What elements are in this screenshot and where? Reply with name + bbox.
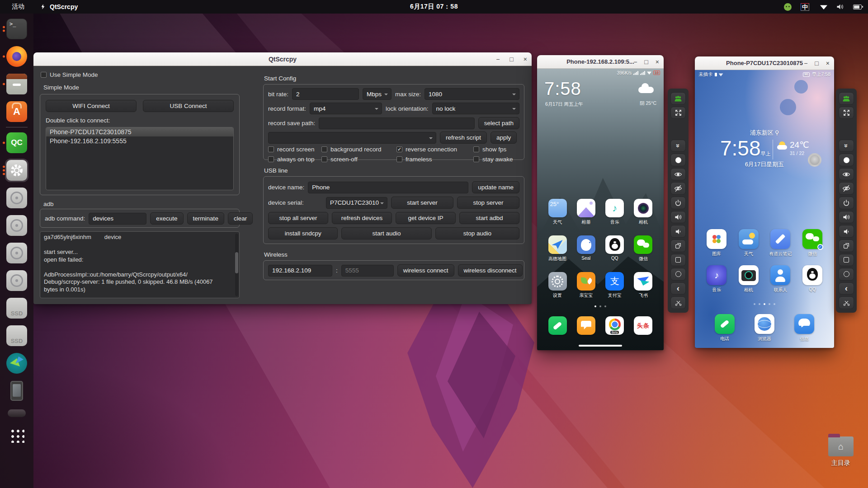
volume-down-button[interactable]	[839, 225, 854, 238]
terminate-button[interactable]: terminate	[187, 212, 224, 225]
battery-icon[interactable]	[853, 5, 862, 9]
assistive-ball[interactable]	[808, 153, 821, 167]
bit-rate-input[interactable]	[292, 88, 359, 100]
device-list[interactable]: Phone-P7CDU17C23010875 Phone-192.168.2.1…	[46, 127, 234, 190]
dock-app-toutiao[interactable]: 头条	[630, 316, 656, 335]
app-seal[interactable]: Seal	[573, 235, 599, 262]
screen-off-checkbox[interactable]: screen-off	[321, 156, 396, 163]
phone2-screen[interactable]: 未插卡 90 早上7:58 浦东新区 ⚲ 7:58早上 24℃ 31 / 22 …	[695, 70, 834, 348]
dock-item-firefox[interactable]	[2, 46, 31, 67]
fullscreen-button[interactable]	[670, 107, 686, 119]
background-record-checkbox[interactable]: background record	[321, 146, 396, 153]
app-switch-button[interactable]	[839, 239, 854, 252]
app-weather[interactable]: 天气	[734, 229, 763, 257]
dock-item-files[interactable]	[2, 73, 31, 95]
show-fps-checkbox[interactable]: show fps	[473, 146, 521, 153]
device-list-item[interactable]: Phone-P7CDU17C23010875	[46, 127, 233, 136]
touch-button[interactable]	[839, 154, 854, 166]
wireless-disconnect-button[interactable]: wireless disconnect	[458, 264, 523, 277]
update-name-button[interactable]: update name	[472, 181, 519, 193]
minimize-button[interactable]: −	[804, 60, 807, 66]
use-simple-mode-checkbox[interactable]: Use Simple Mode	[41, 71, 98, 78]
dock-item-disks-1[interactable]	[2, 187, 31, 209]
dock-item-ssd-1[interactable]: SSD	[2, 297, 31, 319]
wireless-connect-button[interactable]: wireless connect	[397, 264, 454, 277]
app-youdao-note[interactable]: 有道云笔记	[766, 229, 795, 257]
qtscrcpy-titlebar[interactable]: QtScrcpy − □ ×	[33, 52, 532, 66]
refresh-devices-button[interactable]: refresh devices	[332, 212, 392, 224]
always-on-top-checkbox[interactable]: always on top	[268, 156, 321, 163]
install-sndcpy-button[interactable]: install sndcpy	[268, 227, 338, 239]
adb-command-input[interactable]	[89, 213, 146, 225]
refresh-script-button[interactable]: refresh script	[440, 131, 487, 144]
screen-on-button[interactable]	[670, 168, 686, 181]
phone1-titlebar[interactable]: Phone-192.168.2.109:5... − □ ×	[537, 55, 664, 69]
app-feishu[interactable]: 飞书	[630, 272, 656, 299]
back-button[interactable]: ‹	[839, 282, 854, 295]
app-switch-button[interactable]	[670, 239, 686, 252]
start-adbd-button[interactable]: start adbd	[459, 212, 519, 224]
clock[interactable]: 6月17日 07：58	[410, 3, 458, 11]
apply-button[interactable]: apply	[491, 131, 517, 144]
dock-app-chrome[interactable]: Beta	[602, 316, 628, 335]
minimize-button[interactable]: −	[496, 56, 500, 62]
close-button[interactable]: ×	[524, 56, 527, 62]
app-settings[interactable]: 设置	[544, 272, 571, 299]
maximize-button[interactable]: □	[509, 56, 513, 62]
dock-app-messages[interactable]	[573, 316, 599, 335]
wifi-icon[interactable]	[820, 4, 827, 9]
volume-up-button[interactable]	[839, 211, 854, 224]
app-camera[interactable]: 相机	[734, 265, 763, 293]
power-button[interactable]	[670, 197, 686, 209]
maximize-button[interactable]: □	[644, 59, 648, 65]
fullscreen-button[interactable]	[839, 107, 854, 119]
touch-button[interactable]	[670, 154, 686, 166]
dock-item-terminal[interactable]: >_	[2, 18, 31, 40]
adb-log-output[interactable]: ga7d65ylnj6xinhm device start server... …	[40, 231, 240, 298]
dock-item-disks-2[interactable]	[2, 215, 31, 236]
volume-icon[interactable]	[836, 4, 844, 10]
group-control-button[interactable]	[839, 92, 854, 105]
phone2-titlebar[interactable]: Phone-P7CDU17C23010875 − □ ×	[695, 56, 834, 70]
dock-app-messages[interactable]: 信息	[790, 314, 819, 342]
clear-button[interactable]: clear	[228, 212, 253, 225]
start-server-button[interactable]: start server	[391, 197, 453, 209]
record-save-path-input[interactable]	[319, 117, 474, 129]
phone1-screen[interactable]: 396K/s 10 7:58 6月17日 周五上午 阴 25°C 25°天气 相…	[537, 69, 664, 350]
app-gallery[interactable]: 相册	[573, 199, 599, 225]
app-music[interactable]: ♪音乐	[702, 265, 731, 293]
reverse-connection-checkbox[interactable]: ✓reverse connection	[396, 146, 473, 153]
record-format-combo[interactable]: mp4	[310, 103, 382, 114]
max-size-combo[interactable]: 1080	[425, 88, 519, 100]
volume-down-button[interactable]	[670, 225, 686, 238]
dock-item-ssd-2[interactable]: SSD	[2, 325, 31, 347]
dock-item-media-app[interactable]	[2, 352, 31, 374]
group-control-button[interactable]	[670, 92, 686, 105]
lock-orientation-combo[interactable]: no lock	[432, 103, 519, 114]
execute-button[interactable]: execute	[150, 212, 183, 225]
app-alipay[interactable]: 支支付宝	[602, 272, 628, 299]
dock-item-app-grid[interactable]	[2, 424, 31, 446]
start-audio-button[interactable]: start audio	[341, 227, 431, 239]
dock-item-qtcreator[interactable]: QC	[2, 132, 31, 154]
close-button[interactable]: ×	[656, 59, 659, 65]
home-button[interactable]	[839, 268, 854, 281]
collapse-button[interactable]: »	[670, 140, 686, 152]
stop-server-button[interactable]: stop server	[457, 197, 519, 209]
screen-off-button[interactable]	[670, 182, 686, 195]
app-wechat[interactable]: ✓微信	[798, 229, 827, 257]
dock-item-disks-3[interactable]	[2, 242, 31, 264]
app-amap[interactable]: 高德地图	[544, 235, 571, 262]
focused-app-menu[interactable]: QtScrcpy	[40, 3, 78, 10]
dock-app-phone[interactable]	[544, 316, 571, 335]
select-path-button[interactable]: select path	[478, 117, 519, 129]
script-combo[interactable]	[268, 132, 436, 144]
dock-item-ubuntu-software[interactable]: A	[2, 101, 31, 122]
app-gallery[interactable]: 图库	[702, 229, 731, 257]
input-method-indicator[interactable]: 中	[801, 3, 809, 11]
stay-awake-checkbox[interactable]: stay awake	[473, 156, 521, 163]
maximize-button[interactable]: □	[815, 60, 818, 66]
dock-item-settings-active[interactable]	[2, 160, 31, 181]
app-contacts[interactable]: 联系人	[766, 265, 795, 293]
get-device-ip-button[interactable]: get device IP	[396, 212, 456, 224]
